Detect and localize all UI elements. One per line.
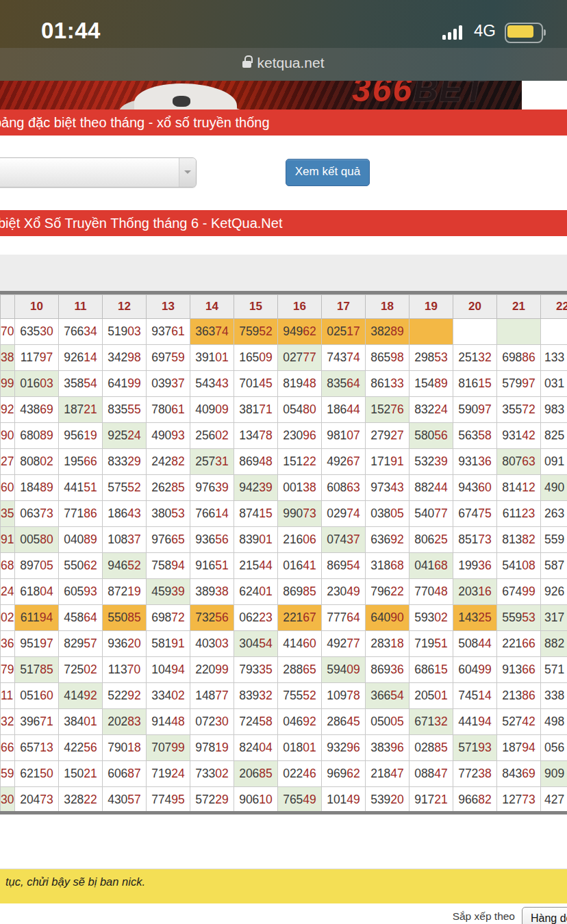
column-header-18: 18 <box>366 295 410 319</box>
result-cell: 14325 <box>453 605 497 631</box>
scroll-track-bottom[interactable] <box>0 811 567 814</box>
result-cell: 23096 <box>278 423 322 449</box>
result-cell: 20283 <box>103 709 147 735</box>
results-table: 1011121314151617181920212270635307663451… <box>0 294 567 813</box>
result-cell: 82404 <box>234 735 278 761</box>
result-cell: 02974 <box>322 501 366 527</box>
result-cell: 20473 <box>15 787 59 813</box>
ad-banner[interactable]: 366BET <box>0 81 522 110</box>
result-cell: 60499 <box>453 657 497 683</box>
network-type-label: 4G <box>474 21 496 40</box>
result-cell-clipped-left: 79 <box>1 657 15 683</box>
result-cell: 42256 <box>59 735 103 761</box>
result-cell-clipped-right: 909 <box>541 761 567 787</box>
result-cell-clipped-right: 498 <box>541 709 567 735</box>
result-cell-clipped-left: 99 <box>1 371 15 397</box>
result-cell: 05160 <box>15 683 59 709</box>
column-header-12: 12 <box>103 295 147 319</box>
result-cell: 15276 <box>366 397 410 423</box>
result-cell: 05005 <box>366 709 410 735</box>
banner-brand-366: 366 <box>352 81 413 109</box>
result-cell: 97665 <box>147 527 190 553</box>
result-cell: 20685 <box>234 761 278 787</box>
result-cell: 38396 <box>366 735 410 761</box>
notice-text: tục, chửi bậy sẽ bị ban nick. <box>5 875 145 888</box>
result-cell: 02246 <box>278 761 322 787</box>
result-cell: 02885 <box>410 735 453 761</box>
result-cell: 77186 <box>59 501 103 527</box>
result-cell: 01603 <box>15 371 59 397</box>
result-cell: 81412 <box>497 475 541 501</box>
result-cell: 55953 <box>497 605 541 631</box>
result-cell: 21847 <box>366 761 410 787</box>
result-cell: 07437 <box>322 527 366 553</box>
result-cell: 45939 <box>147 579 190 605</box>
column-header-14: 14 <box>190 295 234 319</box>
result-cell: 59302 <box>410 605 453 631</box>
result-cell: 71924 <box>147 761 190 787</box>
result-cell-clipped-right: 587 <box>541 553 567 579</box>
result-cell: 38053 <box>147 501 190 527</box>
battery-icon <box>505 23 543 43</box>
column-header-22: 22 <box>541 295 567 319</box>
url-text[interactable]: ketqua.net <box>257 55 324 70</box>
result-cell-clipped-left: 91 <box>1 527 15 553</box>
result-cell-clipped-left: 38 <box>1 345 15 371</box>
result-cell: 01801 <box>278 735 322 761</box>
result-cell: 28865 <box>278 657 322 683</box>
month-select[interactable] <box>0 157 197 188</box>
result-cell: 93656 <box>190 527 234 553</box>
result-cell: 91366 <box>497 657 541 683</box>
result-cell: 69872 <box>147 605 190 631</box>
result-cell-clipped-left: 60 <box>1 475 15 501</box>
table-row: 0261194458645508569872732560622322167777… <box>1 605 567 631</box>
result-cell: 60687 <box>103 761 147 787</box>
sort-direction-button[interactable]: Hàng dọc <box>522 907 567 924</box>
result-cell-clipped-right: 031 <box>541 371 567 397</box>
chevron-down-icon[interactable] <box>179 158 196 187</box>
result-cell: 08847 <box>410 761 453 787</box>
results-table-container[interactable]: 1011121314151617181920212270635307663451… <box>0 294 567 813</box>
column-header-11: 11 <box>59 295 103 319</box>
result-cell: 90610 <box>234 787 278 813</box>
result-cell: 67475 <box>453 501 497 527</box>
result-cell-clipped-left: 02 <box>1 605 15 631</box>
result-cell: 11797 <box>15 345 59 371</box>
result-cell: 97639 <box>190 475 234 501</box>
address-bar[interactable]: ketqua.net <box>0 55 567 77</box>
table-row: 2780802195668332924282257318694815122492… <box>1 449 567 475</box>
result-cell: 64199 <box>103 371 147 397</box>
result-cell: 22099 <box>190 657 234 683</box>
result-cell: 69886 <box>497 345 541 371</box>
result-cell: 71951 <box>410 631 453 657</box>
table-row: 6665713422567901870799978198240401801932… <box>1 735 567 761</box>
table-row: 2461804605938721945939389386240186985230… <box>1 579 567 605</box>
result-cell: 86954 <box>322 553 366 579</box>
result-cell: 83555 <box>103 397 147 423</box>
result-cell-clipped-right: 338 <box>541 683 567 709</box>
result-cell: 73256 <box>190 605 234 631</box>
result-cell: 99073 <box>278 501 322 527</box>
result-cell: 57997 <box>497 371 541 397</box>
result-cell: 76549 <box>278 787 322 813</box>
result-cell: 04168 <box>410 553 453 579</box>
result-cell <box>453 319 497 345</box>
result-cell: 54108 <box>497 553 541 579</box>
result-cell: 98107 <box>322 423 366 449</box>
view-results-button[interactable]: Xem kết quả <box>286 159 370 186</box>
result-cell: 61194 <box>15 605 59 631</box>
footer-controls: Sắp xếp theo Hàng dọc <box>0 905 567 924</box>
result-cell: 10494 <box>147 657 190 683</box>
result-cell: 85173 <box>453 527 497 553</box>
result-cell-clipped-left: 32 <box>1 709 15 735</box>
result-cell: 15489 <box>410 371 453 397</box>
result-cell: 50844 <box>453 631 497 657</box>
table-row: 9901603358546419903937543437014581948835… <box>1 371 567 397</box>
result-cell: 10978 <box>322 683 366 709</box>
result-cell: 03937 <box>147 371 190 397</box>
result-cell: 59409 <box>322 657 366 683</box>
result-cell: 61804 <box>15 579 59 605</box>
result-cell: 86936 <box>366 657 410 683</box>
result-cell: 52292 <box>103 683 147 709</box>
result-cell: 83329 <box>103 449 147 475</box>
